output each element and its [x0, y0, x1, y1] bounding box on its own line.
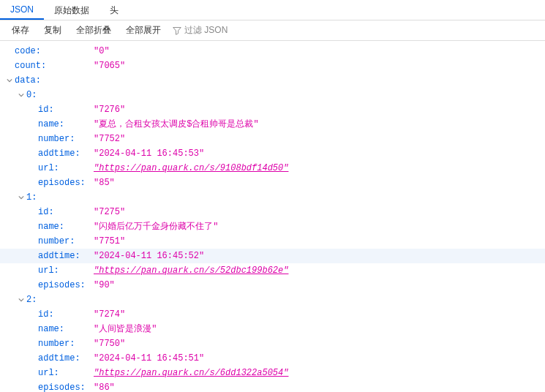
tree-row[interactable]: data:: [0, 73, 545, 88]
json-key: episodes: [38, 176, 80, 190]
tree-row[interactable]: url:"https://pan.quark.cn/s/9108bdf14d50…: [0, 161, 545, 176]
copy-button[interactable]: 复制: [38, 21, 67, 39]
json-value-link[interactable]: "https://pan.quark.cn/s/6dd1322a5054": [94, 366, 288, 380]
json-tree: code:"0"count:"7065"data:0:id:"7276"name…: [0, 41, 545, 392]
json-value: "夏总，合租女孩太调皮$合租帅哥是总裁": [94, 117, 259, 132]
key-cell: id:: [6, 307, 94, 322]
json-value: "85": [94, 176, 115, 190]
key-cell: addtime:: [6, 351, 94, 366]
json-key: data: [15, 73, 36, 88]
tree-row[interactable]: name:"闪婚后亿万千金身份藏不住了": [0, 219, 545, 234]
json-key: number: [38, 234, 69, 249]
json-key: url: [38, 161, 54, 176]
key-cell: number:: [6, 336, 94, 351]
json-key: 1: [26, 190, 31, 205]
toolbar: 保存 复制 全部折叠 全部展开 过滤 JSON: [0, 20, 545, 41]
key-cell: name:: [6, 117, 94, 132]
json-key: id: [38, 205, 48, 219]
json-key: 0: [26, 88, 31, 102]
json-key: addtime: [38, 351, 75, 366]
json-key: addtime: [38, 146, 75, 161]
tree-row[interactable]: name:"人间皆是浪漫": [0, 322, 545, 336]
tab-2[interactable]: 头: [99, 0, 129, 20]
chevron-down-icon[interactable]: [6, 77, 13, 84]
key-cell: 0:: [6, 88, 94, 102]
json-value: "0": [94, 44, 110, 59]
json-value: "7750": [94, 336, 125, 351]
json-key: 2: [26, 293, 31, 307]
tree-row[interactable]: id:"7275": [0, 205, 545, 219]
tab-1[interactable]: 原始数据: [44, 0, 99, 20]
key-cell: url:: [6, 161, 94, 176]
tree-row[interactable]: 0:: [0, 88, 545, 102]
tree-row[interactable]: addtime:"2024-04-11 16:45:53": [0, 146, 545, 161]
key-cell: episodes:: [6, 380, 94, 392]
tree-row[interactable]: number:"7750": [0, 336, 545, 351]
filter-box[interactable]: 过滤 JSON: [173, 24, 228, 37]
json-key: name: [38, 117, 59, 132]
tree-row[interactable]: number:"7752": [0, 132, 545, 146]
json-value: "7751": [94, 234, 125, 249]
key-cell: number:: [6, 132, 94, 146]
chevron-down-icon[interactable]: [18, 194, 25, 201]
json-value-link[interactable]: "https://pan.quark.cn/s/9108bdf14d50": [94, 161, 288, 176]
tree-row[interactable]: number:"7751": [0, 234, 545, 249]
json-key: code: [15, 44, 36, 59]
key-cell: url:: [6, 366, 94, 380]
tab-0[interactable]: JSON: [0, 0, 44, 20]
json-value: "7065": [94, 59, 125, 73]
tree-row[interactable]: id:"7274": [0, 307, 545, 322]
key-cell: id:: [6, 102, 94, 117]
tree-row[interactable]: addtime:"2024-04-11 16:45:51": [0, 351, 545, 366]
json-value: "86": [94, 380, 115, 392]
key-cell: id:: [6, 205, 94, 219]
key-cell: number:: [6, 234, 94, 249]
json-key: addtime: [38, 249, 75, 263]
tree-row[interactable]: url:"https://pan.quark.cn/s/52dbc199b62e…: [0, 263, 545, 278]
json-key: episodes: [38, 380, 80, 392]
json-key: url: [38, 263, 54, 278]
key-cell: data:: [6, 73, 94, 88]
tree-row[interactable]: episodes:"86": [0, 380, 545, 392]
tree-row[interactable]: url:"https://pan.quark.cn/s/6dd1322a5054…: [0, 366, 545, 380]
json-key: name: [38, 322, 59, 336]
filter-placeholder: 过滤 JSON: [184, 24, 228, 37]
chevron-down-icon[interactable]: [18, 296, 25, 304]
tree-row[interactable]: name:"夏总，合租女孩太调皮$合租帅哥是总裁": [0, 117, 545, 132]
expand-all-button[interactable]: 全部展开: [120, 21, 167, 39]
json-key: number: [38, 336, 69, 351]
tree-row[interactable]: count:"7065": [0, 59, 545, 73]
json-value: "90": [94, 278, 115, 293]
tabs-bar: JSON原始数据头: [0, 0, 545, 20]
json-key: id: [38, 307, 48, 322]
json-key: count: [15, 59, 41, 73]
tree-row[interactable]: episodes:"85": [0, 176, 545, 190]
tree-row[interactable]: id:"7276": [0, 102, 545, 117]
json-value: "人间皆是浪漫": [94, 322, 157, 336]
tree-row[interactable]: episodes:"90": [0, 278, 545, 293]
json-key: episodes: [38, 278, 80, 293]
json-value: "2024-04-11 16:45:52": [94, 249, 204, 263]
key-cell: addtime:: [6, 146, 94, 161]
json-value-link[interactable]: "https://pan.quark.cn/s/52dbc199b62e": [94, 263, 288, 278]
tree-row[interactable]: addtime:"2024-04-11 16:45:52": [0, 249, 545, 263]
key-cell: name:: [6, 219, 94, 234]
collapse-all-button[interactable]: 全部折叠: [70, 21, 117, 39]
json-value: "7275": [94, 205, 125, 219]
filter-icon: [173, 26, 181, 35]
tree-row[interactable]: 2:: [0, 293, 545, 307]
json-key: id: [38, 102, 48, 117]
key-cell: 2:: [6, 293, 94, 307]
key-cell: episodes:: [6, 278, 94, 293]
json-value: "7276": [94, 102, 125, 117]
json-key: number: [38, 132, 69, 146]
json-value: "2024-04-11 16:45:51": [94, 351, 204, 366]
json-value: "2024-04-11 16:45:53": [94, 146, 204, 161]
tree-row[interactable]: code:"0": [0, 44, 545, 59]
json-key: name: [38, 219, 59, 234]
chevron-down-icon[interactable]: [18, 91, 25, 99]
key-cell: code:: [6, 44, 94, 59]
tree-row[interactable]: 1:: [0, 190, 545, 205]
save-button[interactable]: 保存: [6, 21, 35, 39]
key-cell: url:: [6, 263, 94, 278]
